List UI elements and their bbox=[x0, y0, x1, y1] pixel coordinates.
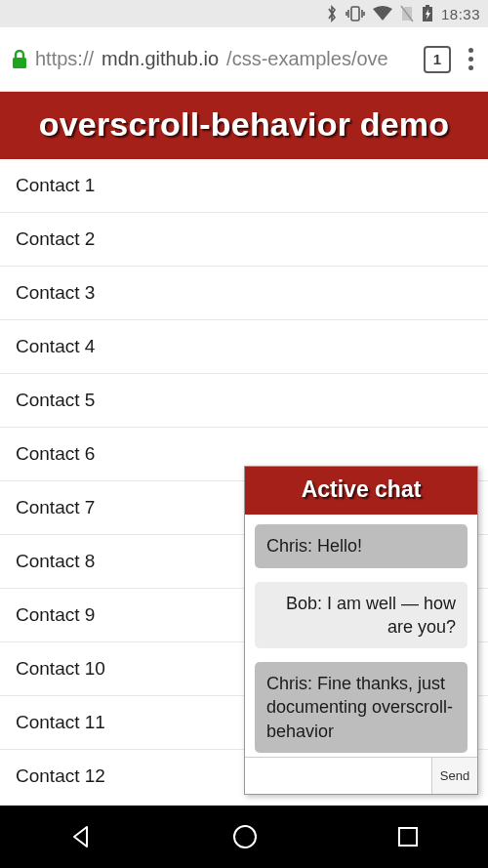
browser-url-bar: https://mdn.github.io/css-examples/ove 1 bbox=[0, 27, 488, 92]
chat-title: Active chat bbox=[245, 467, 477, 515]
list-item[interactable]: Contact 4 bbox=[0, 320, 488, 374]
svg-rect-5 bbox=[399, 828, 417, 846]
send-button[interactable]: Send bbox=[431, 758, 477, 794]
battery-charging-icon bbox=[422, 5, 433, 22]
svg-point-4 bbox=[234, 826, 256, 847]
chat-input-row: Send bbox=[245, 757, 477, 794]
no-sim-icon bbox=[400, 5, 414, 22]
list-item[interactable]: Contact 1 bbox=[0, 159, 488, 213]
url-host: mdn.github.io bbox=[102, 48, 219, 70]
svg-rect-3 bbox=[13, 58, 26, 68]
svg-rect-0 bbox=[351, 7, 359, 21]
chat-panel: Active chat Chris: Hello!Bob: I am well … bbox=[244, 466, 478, 795]
url-field[interactable]: https://mdn.github.io/css-examples/ove bbox=[12, 48, 416, 70]
list-item[interactable]: Contact 3 bbox=[0, 267, 488, 320]
tab-switcher-button[interactable]: 1 bbox=[424, 46, 451, 73]
nav-back-button[interactable] bbox=[68, 824, 94, 849]
browser-menu-button[interactable] bbox=[459, 48, 482, 70]
chat-input[interactable] bbox=[245, 758, 431, 794]
chat-message: Chris: Hello! bbox=[255, 524, 468, 567]
list-item[interactable]: Contact 2 bbox=[0, 213, 488, 267]
wifi-icon bbox=[373, 6, 392, 21]
url-path: /css-examples/ove bbox=[226, 48, 388, 70]
android-nav-bar bbox=[0, 806, 488, 868]
lock-icon bbox=[12, 50, 27, 69]
svg-rect-2 bbox=[426, 5, 429, 8]
page-title: overscroll-behavior demo bbox=[0, 92, 488, 159]
chat-message: Chris: Fine thanks, just documenting ove… bbox=[255, 662, 468, 753]
vibrate-icon bbox=[346, 6, 365, 21]
chat-message: Bob: I am well — how are you? bbox=[255, 582, 468, 649]
tab-count: 1 bbox=[433, 51, 441, 67]
status-time: 18:33 bbox=[441, 6, 480, 22]
list-item[interactable]: Contact 5 bbox=[0, 374, 488, 428]
bluetooth-icon bbox=[326, 5, 338, 22]
url-scheme: https:// bbox=[35, 48, 94, 70]
android-status-bar: 18:33 bbox=[0, 0, 488, 27]
nav-recents-button[interactable] bbox=[396, 825, 420, 848]
nav-home-button[interactable] bbox=[231, 823, 259, 850]
chat-messages[interactable]: Chris: Hello!Bob: I am well — how are yo… bbox=[245, 515, 477, 757]
